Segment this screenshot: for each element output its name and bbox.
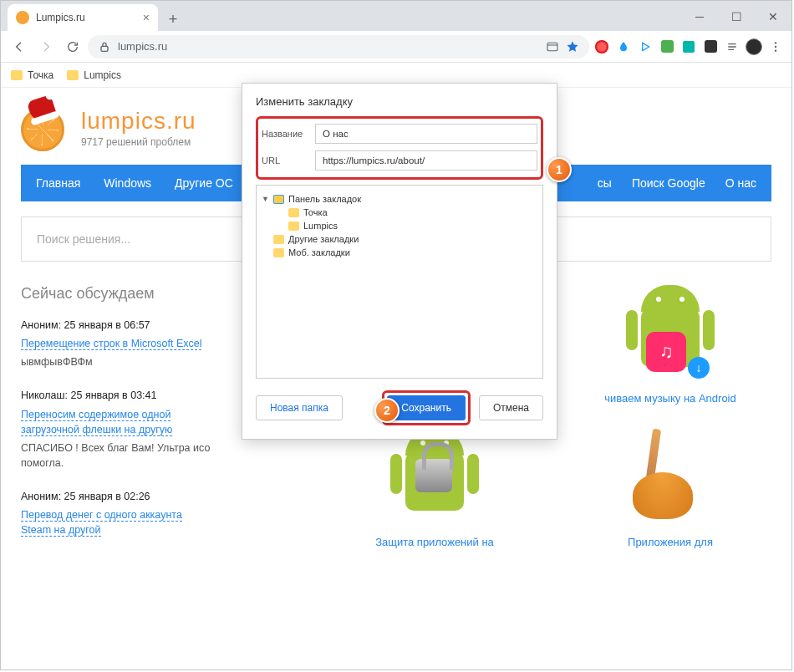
ext-teal-icon[interactable]: [679, 38, 698, 56]
folder-icon: [67, 70, 79, 80]
bookmark-name-input[interactable]: [315, 124, 537, 144]
ext-dark-icon[interactable]: [701, 38, 720, 56]
svg-point-3: [775, 45, 776, 47]
new-tab-button[interactable]: +: [161, 8, 185, 31]
ext-green-icon[interactable]: [658, 38, 676, 56]
folder-icon: [273, 195, 284, 204]
new-folder-button[interactable]: Новая папка: [256, 395, 343, 420]
folder-icon: [288, 221, 299, 231]
reload-button[interactable]: [61, 35, 84, 59]
tab-title: Lumpics.ru: [36, 12, 85, 23]
comment-item: Аноним: 25 января в 02:26 Перевод денег …: [21, 489, 213, 537]
arrow-left-icon: [13, 40, 26, 53]
comment-link[interactable]: Перевод денег с одного аккаунта Steam на…: [21, 509, 182, 537]
address-text: lumpics.ru: [118, 40, 167, 53]
article-card[interactable]: ♫↓ чиваем музыку на Android: [569, 285, 771, 412]
lock-icon: [415, 459, 452, 492]
folder-icon: [288, 208, 299, 217]
folder-icon: [11, 70, 23, 80]
reload-icon: [66, 40, 79, 53]
bookmark-folder[interactable]: Точка: [11, 69, 53, 81]
download-icon: ↓: [688, 357, 710, 379]
site-title: lumpics.ru: [81, 108, 196, 135]
translate-icon[interactable]: [546, 40, 559, 53]
browser-tab[interactable]: Lumpics.ru ×: [8, 4, 158, 31]
article-card[interactable]: Приложения для: [569, 429, 771, 556]
search-placeholder: Поиск решения...: [37, 232, 130, 246]
ext-play-icon[interactable]: [636, 38, 654, 56]
nav-item[interactable]: сы: [598, 176, 612, 190]
ext-opera-icon[interactable]: [593, 38, 611, 56]
arrow-right-icon: [39, 40, 53, 53]
folder-icon: [273, 235, 284, 244]
site-subtitle: 9717 решений проблем: [81, 136, 196, 148]
browser-toolbar: lumpics.ru: [1, 31, 791, 63]
bookmark-folder[interactable]: Lumpics: [67, 69, 121, 81]
folder-icon: [273, 248, 284, 257]
favicon-icon: [16, 11, 29, 24]
svg-rect-0: [101, 46, 108, 51]
menu-button[interactable]: [766, 38, 785, 56]
svg-point-4: [775, 49, 776, 51]
url-label: URL: [262, 155, 315, 165]
secure-icon: [98, 40, 111, 53]
annotation-marker-1: 1: [547, 157, 572, 182]
comment-link[interactable]: Перемещение строк в Microsoft Excel: [21, 338, 201, 350]
svg-rect-1: [547, 43, 557, 50]
close-tab-icon[interactable]: ×: [143, 11, 150, 24]
dots-vertical-icon: [769, 40, 782, 53]
address-bar[interactable]: lumpics.ru: [88, 35, 589, 59]
nav-item[interactable]: Поиск Google: [632, 176, 705, 190]
title-bar: Lumpics.ru × + ─ ☐ ✕: [1, 1, 791, 31]
nav-item[interactable]: Другие ОС: [175, 176, 233, 190]
list-icon: [725, 40, 739, 53]
nav-item[interactable]: О нас: [725, 176, 756, 190]
name-label: Название: [262, 129, 315, 139]
svg-point-2: [775, 42, 776, 43]
comment-link[interactable]: Переносим содержимое одной загрузочной ф…: [21, 409, 172, 436]
article-card[interactable]: Защита приложений на: [333, 429, 536, 556]
folder-tree[interactable]: ▼Панель закладок Точка Lumpics Другие за…: [256, 185, 543, 379]
bookmark-url-input[interactable]: [315, 150, 537, 171]
forward-button: [34, 35, 58, 59]
ext-drop-icon[interactable]: [614, 38, 633, 56]
close-window-button[interactable]: ✕: [755, 3, 791, 31]
music-icon: ♫: [646, 332, 686, 372]
minimize-button[interactable]: ─: [681, 3, 718, 31]
nav-item[interactable]: Главная: [36, 176, 80, 190]
edit-bookmark-dialog: Изменить закладку Название URL 1 ▼Панель…: [242, 83, 557, 440]
ext-list-icon[interactable]: [723, 38, 741, 56]
discuss-heading: Сейчас обсуждаем: [21, 285, 213, 303]
back-button[interactable]: [8, 35, 31, 59]
cancel-button[interactable]: Отмена: [479, 395, 543, 420]
site-logo-icon: [21, 104, 68, 151]
dialog-title: Изменить закладку: [256, 95, 543, 108]
star-filled-icon[interactable]: [566, 40, 579, 53]
highlight-region-1: Название URL: [256, 116, 543, 180]
profile-avatar[interactable]: [745, 38, 763, 56]
maximize-button[interactable]: ☐: [718, 3, 755, 31]
nav-item[interactable]: Windows: [104, 176, 151, 190]
comment-item: Николаш: 25 января в 03:41 Переносим сод…: [21, 388, 213, 471]
comment-item: Аноним: 25 января в 06:57 Перемещение ст…: [21, 318, 213, 369]
annotation-marker-2: 2: [374, 398, 400, 423]
